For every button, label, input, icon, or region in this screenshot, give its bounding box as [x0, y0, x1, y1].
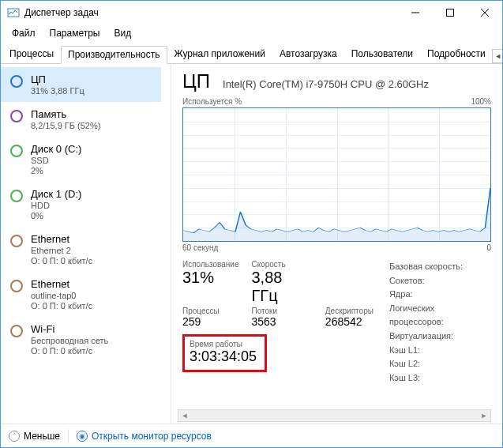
sidebar-item-sub: Беспроводная сеть — [31, 336, 108, 345]
lbl-speed: Скорость — [251, 260, 312, 269]
window-title: Диспетчер задач — [24, 7, 398, 18]
horizontal-scrollbar[interactable]: ◄ ► — [178, 409, 491, 422]
cpu-usage-chart — [182, 107, 491, 242]
menubar: Файл Параметры Вид — [1, 24, 502, 42]
minimize-button[interactable] — [398, 1, 433, 24]
lbl-cores: Ядра: — [389, 288, 491, 302]
sidebar-item-sub: outline-tap0 — [31, 291, 92, 300]
chart-label-botleft: 60 секунд — [182, 243, 218, 252]
val-handles: 268542 — [325, 315, 373, 328]
sidebar-item-title: Диск 1 (D:) — [31, 188, 81, 200]
sidebar-item-title: Память — [31, 108, 100, 120]
val-usage: 31% — [182, 269, 238, 287]
lbl-basespeed: Базовая скорость: — [389, 260, 491, 274]
tab-apphistory[interactable]: Журнал приложений — [167, 45, 272, 63]
status-ring-icon — [10, 280, 23, 292]
sidebar: ЦП31% 3,88 ГГцПамять8,2/15,9 ГБ (52%)Дис… — [1, 64, 171, 424]
open-resource-monitor-label: Открыть монитор ресурсов — [92, 431, 212, 442]
fewer-details-button[interactable]: ˄ Меньше — [9, 431, 60, 442]
status-ring-icon — [10, 190, 23, 202]
scroll-right-icon[interactable]: ► — [478, 412, 490, 420]
lbl-l3: Кэш L3: — [389, 371, 491, 386]
sidebar-item-sub2: О: 0 П: 0 кбит/с — [31, 256, 92, 265]
chart-label-topleft: Используется % — [182, 97, 242, 106]
sidebar-item-sub: HDD — [31, 201, 81, 210]
resource-monitor-icon: ◉ — [77, 431, 88, 442]
val-uptime: 3:03:34:05 — [190, 348, 257, 365]
sidebar-item-title: ЦП — [31, 73, 84, 85]
open-resource-monitor-link[interactable]: ◉ Открыть монитор ресурсов — [77, 431, 212, 442]
footer: ˄ Меньше ◉ Открыть монитор ресурсов — [1, 424, 502, 447]
sidebar-item-1[interactable]: Память8,2/15,9 ГБ (52%) — [1, 102, 161, 137]
lbl-l1: Кэш L1: — [389, 344, 491, 358]
sidebar-item-sub2: 0% — [31, 211, 81, 220]
sidebar-item-3[interactable]: Диск 1 (D:)HDD0% — [1, 182, 161, 227]
lbl-sockets: Сокетов: — [389, 274, 491, 288]
tab-startup[interactable]: Автозагрузка — [272, 45, 344, 63]
menu-view[interactable]: Вид — [107, 26, 137, 40]
sidebar-item-2[interactable]: Диск 0 (C:)SSD2% — [1, 137, 161, 182]
val-speed: 3,88 ГГц — [251, 269, 312, 305]
lbl-virt: Виртуализация: — [389, 329, 491, 344]
lbl-uptime: Время работы — [190, 340, 257, 348]
svg-marker-5 — [183, 188, 490, 241]
status-ring-icon — [10, 235, 23, 247]
sidebar-item-sub: Ethernet 2 — [31, 246, 92, 255]
tab-users[interactable]: Пользователи — [344, 45, 420, 63]
menu-options[interactable]: Параметры — [43, 26, 107, 40]
chart-label-botright: 0 — [486, 243, 491, 252]
menu-file[interactable]: Файл — [6, 26, 42, 40]
fewer-details-label: Меньше — [24, 431, 60, 442]
sidebar-item-sub2: О: 0 П: 0 кбит/с — [31, 346, 108, 356]
sidebar-item-title: Ethernet — [31, 278, 92, 290]
status-ring-icon — [10, 110, 23, 122]
lbl-usage: Использование — [182, 260, 238, 269]
lbl-threads: Потоки — [251, 307, 312, 315]
resource-title: ЦП — [182, 70, 210, 92]
lbl-l2: Кэш L2: — [389, 357, 491, 371]
titlebar: Диспетчер задач — [1, 1, 502, 24]
lbl-processes: Процессы — [182, 307, 238, 315]
maximize-button[interactable] — [433, 1, 467, 24]
sidebar-item-sub: 8,2/15,9 ГБ (52%) — [31, 121, 100, 130]
tab-scroll-left[interactable]: ◄ — [492, 49, 503, 63]
tab-details[interactable]: Подробности — [420, 45, 493, 63]
sidebar-item-0[interactable]: ЦП31% 3,88 ГГц — [1, 67, 161, 102]
sidebar-item-5[interactable]: Ethernetoutline-tap0О: 0 П: 0 кбит/с — [1, 272, 161, 317]
sidebar-item-title: Wi-Fi — [31, 323, 108, 335]
footer-separator — [68, 429, 69, 443]
resource-subtitle: Intel(R) Core(TM) i7-9750H CPU @ 2.60GHz — [223, 78, 429, 90]
app-icon — [7, 6, 20, 19]
sidebar-item-sub2: О: 0 П: 0 кбит/с — [31, 301, 92, 311]
tab-performance[interactable]: Производительность — [61, 46, 167, 64]
sidebar-item-sub2: 2% — [31, 166, 81, 175]
close-button[interactable] — [467, 1, 502, 24]
sidebar-item-title: Ethernet — [31, 233, 92, 245]
status-ring-icon — [10, 75, 23, 88]
scroll-left-icon[interactable]: ◄ — [178, 412, 191, 420]
val-processes: 259 — [182, 315, 238, 328]
lbl-lprocs: Логических процессоров: — [389, 302, 491, 329]
sidebar-item-sub: SSD — [31, 156, 81, 165]
chart-label-topright: 100% — [471, 97, 491, 106]
cpu-specs: Базовая скорость: Сокетов: Ядра: Логичес… — [389, 260, 491, 385]
status-ring-icon — [10, 145, 23, 157]
chevron-up-icon: ˄ — [9, 431, 20, 442]
sidebar-item-sub: 31% 3,88 ГГц — [31, 86, 84, 96]
uptime-highlight: Время работы 3:03:34:05 — [182, 334, 267, 372]
tab-scroll-nav: ◄ ► — [493, 49, 503, 63]
tab-processes[interactable]: Процессы — [2, 45, 61, 63]
tabbar: Процессы Производительность Журнал прило… — [1, 42, 502, 64]
sidebar-item-title: Диск 0 (C:) — [31, 143, 81, 155]
lbl-handles: Дескрипторы — [325, 307, 373, 315]
sidebar-item-6[interactable]: Wi-FiБеспроводная сетьО: 0 П: 0 кбит/с — [1, 317, 161, 362]
status-ring-icon — [10, 325, 23, 337]
main-panel: ЦП Intel(R) Core(TM) i7-9750H CPU @ 2.60… — [171, 64, 502, 424]
sidebar-item-4[interactable]: EthernetEthernet 2О: 0 П: 0 кбит/с — [1, 227, 161, 272]
svg-rect-2 — [447, 9, 454, 17]
val-threads: 3563 — [251, 315, 312, 328]
